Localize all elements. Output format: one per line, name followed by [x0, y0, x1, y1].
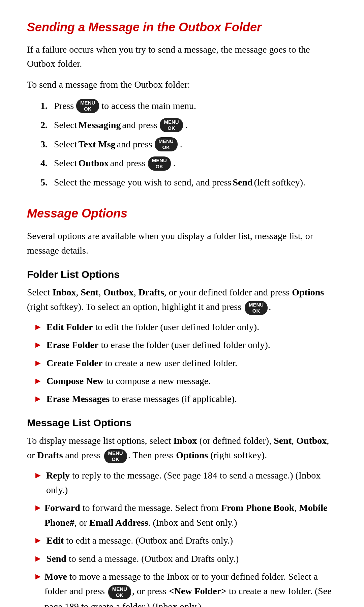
- outbox-bold: Outbox: [103, 287, 133, 297]
- menu-button-1: MENU OK: [76, 99, 99, 113]
- section2-title: Message Options: [27, 206, 337, 221]
- section1-title: Sending a Message in the Outbox Folder: [27, 20, 337, 34]
- bullet-compose-new: ► Compose New to compose a new message.: [34, 374, 337, 388]
- step-4-number: 4.: [40, 156, 51, 171]
- folder-bullets: ► Edit Folder to edit the folder (user d…: [34, 320, 337, 406]
- edit-bold: Edit: [47, 535, 64, 546]
- step-2-content: Select Messaging and press MENU OK .: [54, 118, 188, 133]
- arrow-icon-8: ►: [34, 534, 42, 547]
- menu-button-2: MENU OK: [160, 118, 183, 132]
- new-folder-bold: <New Folder>: [169, 586, 226, 596]
- reply-bold: Reply: [46, 470, 70, 481]
- step-4-mid: and press: [110, 156, 146, 171]
- bullet-create-folder: ► Create Folder to create a new user def…: [34, 356, 337, 370]
- bullet-reply: ► Reply to reply to the message. (See pa…: [34, 468, 337, 497]
- menu-top: MENU: [80, 100, 95, 106]
- step-4-after: .: [173, 156, 176, 171]
- menu-button-6: MENUOK: [104, 449, 127, 463]
- step-2-after: .: [185, 118, 188, 133]
- move-bold: Move: [44, 571, 67, 582]
- step-5: 5. Select the message you wish to send, …: [40, 175, 337, 190]
- arrow-icon-4: ►: [34, 374, 42, 388]
- menu-top-3: MENU: [159, 138, 174, 144]
- step-3-mid: and press: [117, 137, 152, 152]
- message-list-title: Message List Options: [27, 417, 337, 429]
- step-2: 2. Select Messaging and press MENU OK .: [40, 118, 337, 133]
- menu-button-4: MENU OK: [148, 156, 171, 171]
- step-1-content: Press MENU OK to access the main menu.: [54, 98, 196, 114]
- section2-intro: Several options are available when you d…: [27, 229, 337, 258]
- menu-button-5: MENUOK: [245, 301, 268, 315]
- menu-bottom-3: OK: [159, 144, 174, 150]
- step-2-before: Select: [54, 118, 77, 133]
- message-bullets: ► Reply to reply to the message. (See pa…: [34, 468, 337, 607]
- menu-bottom: OK: [80, 106, 95, 112]
- bullet-forward-text: Forward to forward the message. Select f…: [44, 500, 337, 530]
- menu-top-2: MENU: [164, 119, 179, 125]
- step-3-after: .: [180, 137, 182, 152]
- bullet-move-text: Move to move a message to the Inbox or t…: [44, 569, 337, 607]
- bullet-3-bold: Create Folder: [47, 358, 103, 368]
- steps-list: 1. Press MENU OK to access the main menu…: [40, 98, 337, 190]
- sent-bold2: Sent: [274, 435, 292, 446]
- bullet-edit-folder: ► Edit Folder to edit the folder (user d…: [34, 320, 337, 334]
- step-2-number: 2.: [40, 118, 51, 133]
- page-content: Sending a Message in the Outbox Folder I…: [0, 0, 364, 607]
- step-2-mid: and press: [122, 118, 157, 133]
- drafts-bold2: Drafts: [37, 450, 63, 460]
- folder-list-body: Select Inbox, Sent, Outbox, Drafts, or y…: [27, 285, 337, 315]
- step-3-before: Select: [54, 137, 77, 152]
- menu-top-4: MENU: [152, 157, 167, 164]
- step-4: 4. Select Outbox and press MENU OK .: [40, 156, 337, 171]
- menu-bottom-5: OK: [249, 308, 264, 314]
- step-3: 3. Select Text Msg and press MENU OK .: [40, 137, 337, 152]
- message-list-body: To display message list options, select …: [27, 433, 337, 463]
- step-1-text-after: to access the main menu.: [101, 98, 196, 114]
- forward-bold: Forward: [44, 502, 80, 513]
- bullet-move: ► Move to move a message to the Inbox or…: [34, 569, 337, 607]
- send-bold: Send: [47, 553, 66, 564]
- menu-top-6: MENU: [108, 450, 123, 456]
- bullet-send: ► Send to send a message. (Outbox and Dr…: [34, 551, 337, 566]
- arrow-icon-10: ►: [34, 570, 40, 583]
- folder-list-options: Folder List Options Select Inbox, Sent, …: [27, 269, 337, 406]
- step-4-bold: Outbox: [78, 156, 109, 171]
- bullet-erase-folder: ► Erase Folder to erase the folder (user…: [34, 338, 337, 352]
- bullet-5-text: Erase Messages to erase messages (if app…: [47, 392, 237, 406]
- step-4-content: Select Outbox and press MENU OK .: [54, 156, 176, 171]
- step-4-before: Select: [54, 156, 77, 171]
- bullet-2-bold: Erase Folder: [47, 340, 99, 350]
- menu-bottom-6: OK: [108, 456, 123, 462]
- arrow-icon-6: ►: [34, 469, 42, 482]
- bullet-erase-messages: ► Erase Messages to erase messages (if a…: [34, 392, 337, 406]
- arrow-icon-3: ►: [34, 356, 42, 370]
- message-list-options: Message List Options To display message …: [27, 417, 337, 607]
- bullet-3-text: Create Folder to create a new user defin…: [47, 356, 237, 370]
- menu-button-7: MENUOK: [108, 585, 131, 599]
- arrow-icon-5: ►: [34, 392, 42, 406]
- bullet-1-bold: Edit Folder: [47, 322, 93, 332]
- step-3-content: Select Text Msg and press MENU OK .: [54, 137, 182, 152]
- menu-top-7: MENU: [112, 586, 127, 592]
- step-5-content: Select the message you wish to send, and…: [54, 175, 305, 190]
- menu-top-5: MENU: [249, 302, 264, 308]
- step-2-bold: Messaging: [78, 118, 121, 133]
- inbox-bold2: Inbox: [173, 435, 197, 446]
- section1: Sending a Message in the Outbox Folder I…: [27, 20, 337, 190]
- step-1-text-before: Press: [54, 98, 74, 114]
- step-5-number: 5.: [40, 175, 51, 190]
- menu-bottom-7: OK: [112, 592, 127, 598]
- bullet-4-bold: Compose New: [47, 376, 104, 386]
- sent-bold: Sent: [81, 287, 98, 297]
- bullet-forward: ► Forward to forward the message. Select…: [34, 500, 337, 530]
- step-1-number: 1.: [40, 98, 51, 114]
- section1-intro2: To send a message from the Outbox folder…: [27, 78, 337, 92]
- bullet-4-text: Compose New to compose a new message.: [47, 374, 211, 388]
- step-5-bold: Send: [233, 175, 252, 190]
- bullet-2-text: Erase Folder to erase the folder (user d…: [47, 338, 270, 352]
- outbox-bold2: Outbox: [296, 435, 327, 446]
- bullet-send-text: Send to send a message. (Outbox and Draf…: [47, 551, 239, 566]
- arrow-icon-7: ►: [34, 501, 40, 515]
- menu-bottom-4: OK: [152, 164, 167, 170]
- inbox-bold: Inbox: [52, 287, 76, 297]
